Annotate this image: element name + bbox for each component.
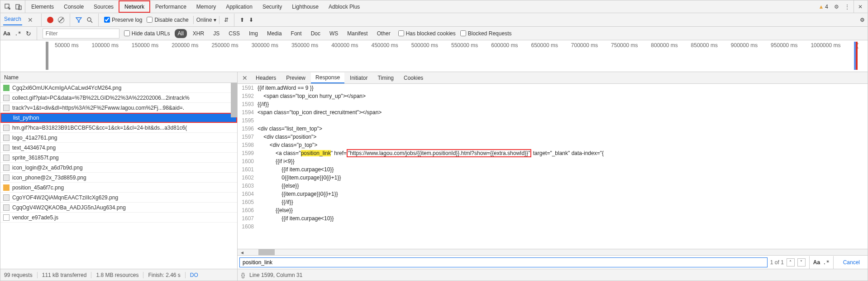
detail-tab-initiator[interactable]: Initiator: [345, 73, 372, 83]
request-row[interactable]: collect.gif?plat=PC&data=%7B%22LGID%22%3…: [0, 93, 237, 103]
preserve-log-checkbox[interactable]: Preserve log: [104, 17, 142, 23]
type-ws[interactable]: WS: [326, 29, 341, 38]
response-body[interactable]: 1591{{if item.adWord == 9 }}1592 <span c…: [238, 84, 868, 249]
scrollbar-thumb[interactable]: [258, 249, 275, 255]
network-settings-icon[interactable]: ⚙: [860, 17, 865, 23]
request-row[interactable]: icon_phone@2x_73d8859.png: [0, 173, 237, 183]
code-line[interactable]: 1592 <span class="top_icon hurry_up"></s…: [238, 92, 868, 100]
tab-adblock[interactable]: Adblock Plus: [324, 0, 365, 13]
search-match-case-icon[interactable]: Aa: [813, 259, 820, 266]
type-js[interactable]: JS: [210, 29, 223, 38]
tab-sources[interactable]: Sources: [89, 0, 119, 13]
wifi-icon[interactable]: ⇵: [224, 17, 229, 23]
pretty-print-icon[interactable]: {}: [241, 272, 245, 278]
tab-application[interactable]: Application: [221, 0, 258, 13]
request-row[interactable]: vendor_e97ade5.js: [0, 213, 237, 223]
code-line[interactable]: 1600 {{if i<9}}: [238, 157, 868, 165]
close-search-icon[interactable]: ✕: [25, 16, 36, 24]
code-line[interactable]: 1605 {{/if}}: [238, 198, 868, 206]
disable-cache-checkbox[interactable]: Disable cache: [147, 17, 188, 23]
type-xhr[interactable]: XHR: [190, 29, 207, 38]
match-case-icon[interactable]: Aa: [3, 30, 10, 37]
clear-button[interactable]: [58, 17, 64, 23]
type-font[interactable]: Font: [288, 29, 305, 38]
type-doc[interactable]: Doc: [308, 29, 324, 38]
warnings-badge[interactable]: ▲4: [816, 4, 831, 10]
horizontal-scrollbar[interactable]: ◂: [238, 249, 868, 255]
tab-elements[interactable]: Elements: [26, 0, 59, 13]
code-line[interactable]: 1596<div class="list_item_top">: [238, 125, 868, 133]
request-list[interactable]: Cgq2xl6OmUKAcmIgAACaLwd4YcM264.png colle…: [0, 83, 237, 269]
timeline[interactable]: 50000 ms 100000 ms 150000 ms 200000 ms 2…: [0, 40, 868, 72]
tab-console[interactable]: Console: [59, 0, 89, 13]
type-manifest[interactable]: Manifest: [344, 29, 371, 38]
scrollbar-thumb[interactable]: [231, 83, 237, 117]
code-line[interactable]: 1603 {{else}}: [238, 182, 868, 190]
search-regex-icon[interactable]: .*: [823, 259, 829, 266]
request-row[interactable]: Cgq2xl6OmUKAcmIgAACaLwd4YcM264.png: [0, 83, 237, 93]
code-line[interactable]: 1602 0{{item.curpage}}0{{i+1}}: [238, 174, 868, 182]
detail-tab-headers[interactable]: Headers: [251, 73, 281, 83]
request-list-header[interactable]: Name: [0, 72, 237, 83]
refresh-icon[interactable]: ↻: [26, 30, 31, 37]
tab-memory[interactable]: Memory: [191, 0, 221, 13]
upload-icon[interactable]: ⬆: [240, 17, 244, 23]
code-line[interactable]: 1591{{if item.adWord == 9 }}: [238, 84, 868, 92]
settings-icon[interactable]: ⚙: [831, 1, 842, 12]
code-line[interactable]: 1597 <div class="position">: [238, 133, 868, 141]
request-row[interactable]: sprite_361857f.png: [0, 153, 237, 163]
code-line[interactable]: 1608: [238, 223, 868, 231]
device-icon[interactable]: [13, 1, 24, 12]
request-row[interactable]: CgoYOF4W2QiAMqnEAACTziIIcXg629.png: [0, 193, 237, 203]
more-icon[interactable]: ⋮: [842, 1, 853, 12]
inspect-icon[interactable]: [2, 1, 13, 12]
type-img[interactable]: Img: [246, 29, 261, 38]
request-row[interactable]: icon_login@2x_a6d7b9d.png: [0, 163, 237, 173]
detail-tab-preview[interactable]: Preview: [281, 73, 310, 83]
search-next-icon[interactable]: ˅: [797, 258, 806, 266]
throttle-select[interactable]: Online▾: [193, 16, 220, 24]
code-line[interactable]: 1607 {{if item.curpage<10}}: [238, 214, 868, 223]
code-line[interactable]: 1593{{/if}}: [238, 100, 868, 108]
code-line[interactable]: 1601 {{if item.curpage<10}}: [238, 165, 868, 174]
type-all[interactable]: All: [175, 29, 187, 38]
search-prev-icon[interactable]: ˄: [787, 258, 795, 266]
request-row[interactable]: text_4434674.png: [0, 143, 237, 153]
close-devtools-icon[interactable]: ✕: [855, 1, 866, 12]
code-line[interactable]: 1595: [238, 116, 868, 125]
tab-performance[interactable]: Performance: [150, 0, 191, 13]
tab-lighthouse[interactable]: Lighthouse: [287, 0, 324, 13]
filter-input[interactable]: [43, 29, 119, 39]
request-row[interactable]: CgqOgV4W2QKAOBa_AADJG5nJAug634.png: [0, 203, 237, 213]
code-line[interactable]: 1598 <div class="p_top">: [238, 141, 868, 149]
detail-tab-timing[interactable]: Timing: [373, 73, 398, 83]
record-button[interactable]: [47, 17, 53, 23]
detail-tab-cookies[interactable]: Cookies: [399, 73, 428, 83]
request-row[interactable]: list_python: [0, 113, 237, 123]
filter-icon[interactable]: [76, 17, 82, 23]
regex-icon[interactable]: .*: [14, 30, 21, 37]
request-row[interactable]: hm.gif?hca=B31823B91BCCBF5C&cc=1&ck=1&cl…: [0, 123, 237, 133]
tab-network[interactable]: Network: [119, 0, 150, 13]
close-detail-icon[interactable]: ✕: [239, 74, 250, 82]
code-line[interactable]: 1599 <a class="position_link" href="http…: [238, 149, 868, 157]
detail-tab-response[interactable]: Response: [311, 73, 344, 83]
request-row[interactable]: logo_41a2761.png: [0, 133, 237, 143]
download-icon[interactable]: ⬇: [249, 17, 253, 23]
code-line[interactable]: 1604 {{item.curpage}}0{{i+1}}: [238, 190, 868, 198]
blocked-requests-checkbox[interactable]: Blocked Requests: [460, 30, 512, 37]
cancel-button[interactable]: Cancel: [837, 257, 866, 267]
has-blocked-checkbox[interactable]: Has blocked cookies: [398, 30, 456, 37]
code-line[interactable]: 1606 {{else}}: [238, 206, 868, 214]
code-line[interactable]: 1594<span class="top_icon direct_recruit…: [238, 108, 868, 116]
type-css[interactable]: CSS: [225, 29, 243, 38]
type-other[interactable]: Other: [374, 29, 394, 38]
request-row[interactable]: position_45a6f7c.png: [0, 183, 237, 193]
tab-security[interactable]: Security: [258, 0, 287, 13]
search-icon[interactable]: [86, 17, 93, 23]
type-media[interactable]: Media: [264, 29, 285, 38]
search-tab[interactable]: Search: [3, 14, 22, 25]
request-row[interactable]: track?v=1&t=div&dl=https%3A%2F%2Fwww.lag…: [0, 103, 237, 113]
hide-data-urls-checkbox[interactable]: Hide data URLs: [124, 30, 170, 37]
search-in-response-input[interactable]: [239, 257, 768, 267]
